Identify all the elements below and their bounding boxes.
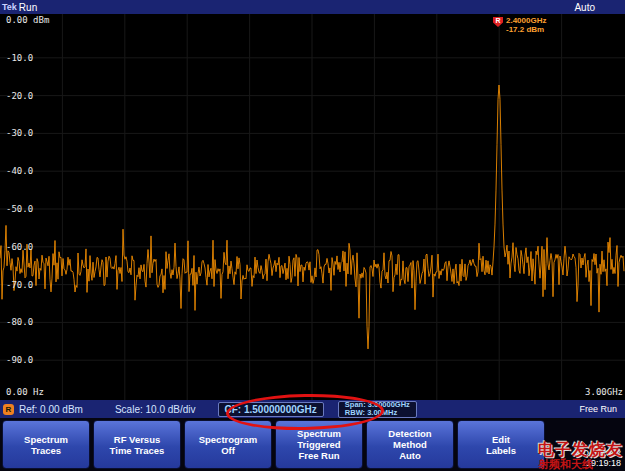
menu-button-spectrum-triggered[interactable]: SpectrumTriggeredFree Run — [275, 420, 363, 469]
trigger-mode-label: Auto — [574, 2, 595, 13]
rbw-readout: RBW: 3.00MHz — [345, 409, 410, 417]
time-label: 19:19:18 — [586, 458, 621, 468]
menu-button-label: Auto — [399, 450, 421, 461]
tek-logo: Tek — [2, 2, 17, 12]
span-rbw-readout: Span: 3.00000GHz RBW: 3.00MHz — [338, 401, 417, 418]
center-frequency-readout: CF: 1.50000000GHz — [218, 402, 324, 417]
date-time-cell: 3 Dec 2012 19:19:18 — [548, 420, 625, 471]
y-axis-label: -50.0 — [6, 204, 33, 214]
menu-button-rf-versus-time-traces[interactable]: RF VersusTime Traces — [93, 420, 181, 469]
menu-button-label: Traces — [31, 445, 61, 456]
menu-button-spectrogram[interactable]: SpectrogramOff — [184, 420, 272, 469]
y-axis-label: -80.0 — [6, 317, 33, 327]
softkey-menu-bar: SpectrumTracesRF VersusTime TracesSpectr… — [0, 418, 625, 471]
marker-flag-icon: R — [493, 17, 503, 27]
reference-marker[interactable]: R 2.4000GHz -17.2 dBm — [493, 16, 546, 34]
spectrum-plot: 0.00 dBm-10.0-20.0-30.0-40.0-50.0-60.0-7… — [0, 14, 625, 400]
menu-button-label: Spectrum — [24, 434, 68, 445]
menu-button-label: Time Traces — [110, 445, 165, 456]
marker-amplitude: -17.2 dBm — [506, 25, 546, 34]
menu-button-detection-method[interactable]: DetectionMethodAuto — [366, 420, 454, 469]
menu-button-label: Triggered — [297, 439, 340, 450]
menu-button-label: Method — [393, 439, 427, 450]
trigger-status-readout: Free Run — [579, 404, 617, 414]
ref-level-readout: Ref: 0.00 dBm — [19, 404, 83, 415]
status-bar: R Ref: 0.00 dBm Scale: 10.0 dB/div CF: 1… — [0, 400, 625, 418]
menu-button-label: Edit — [492, 434, 510, 445]
menu-button-label: Spectrum — [297, 428, 341, 439]
acquisition-status: Run — [19, 2, 37, 13]
y-axis-label: -90.0 — [6, 355, 33, 365]
scale-readout: Scale: 10.0 dB/div — [115, 404, 196, 415]
menu-button-edit-labels[interactable]: EditLabels — [457, 420, 545, 469]
marker-readout: 2.4000GHz -17.2 dBm — [506, 16, 546, 34]
x-axis-stop-label: 3.00GHz — [585, 387, 623, 397]
marker-frequency: 2.4000GHz — [506, 16, 546, 25]
menu-button-label: Spectrogram — [199, 434, 258, 445]
y-axis-label: -10.0 — [6, 53, 33, 63]
y-axis-label: 0.00 dBm — [6, 15, 49, 25]
spectrum-analyzer-screen: Tek Run Auto 0.00 dBm-10.0-20.0-30.0-40.… — [0, 0, 625, 471]
y-axis-label: -30.0 — [6, 128, 33, 138]
x-axis-start-label: 0.00 Hz — [6, 387, 44, 397]
menu-button-label: Detection — [388, 428, 431, 439]
menu-button-label: Off — [221, 445, 235, 456]
y-axis-label: -20.0 — [6, 91, 33, 101]
y-axis-label: -60.0 — [6, 242, 33, 252]
spectrum-trace — [0, 14, 625, 400]
menu-button-label: Free Run — [298, 450, 339, 461]
menu-button-spectrum-traces[interactable]: SpectrumTraces — [2, 420, 90, 469]
reference-marker-icon: R — [3, 404, 14, 415]
y-axis-label: -70.0 — [6, 280, 33, 290]
menu-button-label: Labels — [486, 445, 516, 456]
y-axis-label: -40.0 — [6, 166, 33, 176]
date-label: 3 Dec 2012 — [575, 448, 621, 458]
menu-button-label: RF Versus — [114, 434, 160, 445]
top-bar: Tek Run Auto — [0, 0, 625, 14]
